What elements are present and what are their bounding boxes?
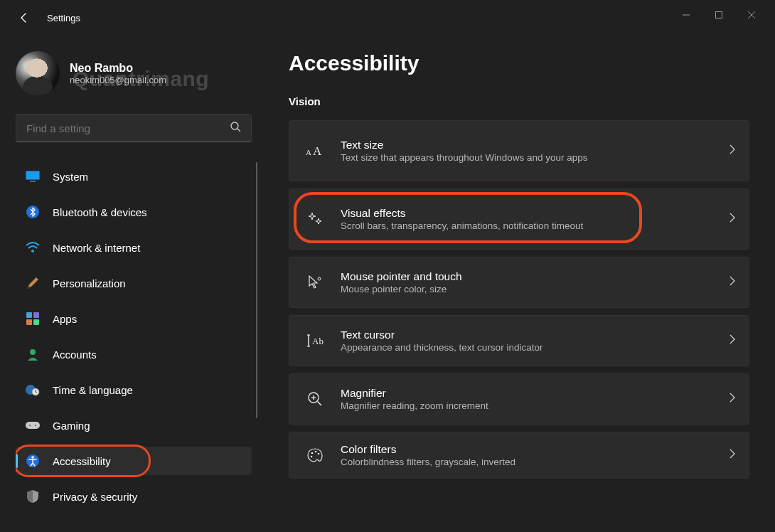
card-visual-effects[interactable]: Visual effects Scroll bars, transparency…: [289, 188, 749, 250]
sidebar-item-label: Network & internet: [53, 242, 140, 254]
person-icon: [26, 347, 40, 361]
clock-globe-icon: [26, 383, 40, 397]
apps-icon: [26, 312, 40, 326]
svg-point-2: [231, 122, 238, 129]
svg-point-32: [311, 452, 314, 454]
chevron-right-icon: [729, 276, 736, 289]
minimize-button[interactable]: [670, 4, 702, 26]
sidebar-item-network[interactable]: Network & internet: [16, 233, 252, 262]
textcursor-icon: Ab: [302, 334, 328, 347]
card-title: Color filters: [341, 443, 729, 456]
card-subtitle: Scroll bars, transparency, animations, n…: [341, 220, 729, 231]
paintbrush-icon: [26, 276, 40, 290]
profile-name: Neo Rambo: [70, 62, 166, 75]
nav-list: System Bluetooth & devices Network & int…: [16, 162, 257, 518]
svg-rect-16: [26, 422, 40, 429]
svg-line-3: [237, 129, 240, 132]
sidebar-item-label: Gaming: [53, 420, 90, 432]
sidebar-item-bluetooth[interactable]: Bluetooth & devices: [16, 198, 252, 226]
monitor-icon: [26, 169, 40, 183]
close-button[interactable]: [735, 4, 768, 26]
svg-rect-6: [30, 181, 36, 182]
svg-point-20: [31, 456, 34, 459]
search-input[interactable]: [26, 122, 230, 134]
sidebar-item-label: Accounts: [53, 349, 97, 361]
card-title: Visual effects: [341, 207, 729, 220]
chevron-right-icon: [729, 144, 736, 157]
card-magnifier[interactable]: Magnifier Magnifier reading, zoom increm…: [289, 373, 749, 425]
svg-point-8: [31, 250, 34, 252]
sidebar-item-accounts[interactable]: Accounts: [16, 340, 252, 368]
card-subtitle: Text size that appears throughout Window…: [341, 152, 729, 163]
card-mouse-pointer[interactable]: Mouse pointer and touch Mouse pointer co…: [289, 257, 749, 308]
sidebar: Neo Rambo neokim005@gmail.com Quantriman…: [0, 36, 257, 532]
svg-point-35: [311, 456, 313, 458]
maximize-button[interactable]: [702, 4, 735, 26]
sidebar-item-label: Accessibility: [53, 455, 111, 467]
sidebar-item-apps[interactable]: Apps: [16, 304, 252, 333]
sidebar-item-privacy[interactable]: Privacy & security: [16, 482, 252, 511]
svg-point-13: [30, 349, 36, 355]
svg-point-34: [318, 453, 320, 455]
svg-rect-1: [716, 12, 722, 18]
back-button[interactable]: [13, 6, 36, 29]
sidebar-item-personalization[interactable]: Personalization: [16, 269, 252, 297]
palette-icon: [302, 448, 328, 462]
svg-text:A: A: [313, 144, 322, 158]
section-label-vision: Vision: [289, 95, 754, 107]
sidebar-item-label: Privacy & security: [53, 491, 137, 503]
svg-rect-12: [33, 319, 39, 325]
card-subtitle: Magnifier reading, zoom increment: [341, 400, 729, 411]
card-text-cursor[interactable]: Ab Text cursor Appearance and thickness,…: [289, 315, 749, 366]
profile-email: neokim005@gmail.com: [70, 75, 166, 85]
bluetooth-icon: [26, 205, 40, 219]
chevron-right-icon: [729, 334, 736, 347]
window-title: Settings: [47, 13, 80, 23]
card-subtitle: Mouse pointer color, size: [341, 284, 729, 294]
magnify-icon: [302, 391, 328, 407]
card-title: Text size: [341, 139, 729, 151]
svg-line-31: [318, 402, 322, 406]
card-subtitle: Colorblindness filters, grayscale, inver…: [341, 457, 729, 467]
wifi-icon: [26, 240, 40, 255]
gamepad-icon: [26, 418, 40, 432]
cursor-icon: [302, 275, 328, 290]
card-color-filters[interactable]: Color filters Colorblindness filters, gr…: [289, 432, 749, 479]
svg-text:A: A: [306, 148, 311, 156]
chevron-right-icon: [729, 449, 736, 462]
svg-point-23: [318, 277, 321, 280]
svg-point-18: [35, 425, 36, 426]
accessibility-icon: [26, 454, 40, 468]
sidebar-item-label: Time & language: [53, 384, 133, 396]
svg-point-17: [29, 425, 31, 426]
svg-rect-5: [26, 171, 39, 179]
search-box[interactable]: [16, 114, 252, 142]
svg-rect-9: [26, 312, 32, 318]
titlebar: Settings: [0, 0, 775, 36]
search-icon: [230, 121, 241, 135]
sidebar-item-accessibility[interactable]: Accessibility: [16, 447, 252, 475]
chevron-right-icon: [729, 393, 736, 405]
sidebar-item-time-language[interactable]: Time & language: [16, 376, 252, 404]
main-content: Accessibility Vision AA Text size Text s…: [257, 36, 775, 532]
textsize-icon: AA: [302, 144, 328, 158]
sidebar-item-label: Personalization: [53, 277, 126, 289]
nav-scrollbar[interactable]: [256, 162, 257, 418]
sparkle-icon: [302, 211, 328, 227]
svg-rect-10: [33, 312, 39, 318]
card-subtitle: Appearance and thickness, text cursor in…: [341, 342, 729, 353]
profile-block[interactable]: Neo Rambo neokim005@gmail.com Quantriman…: [16, 51, 257, 95]
card-title: Text cursor: [341, 329, 729, 341]
sidebar-item-label: Bluetooth & devices: [53, 206, 147, 218]
sidebar-item-label: System: [53, 171, 88, 183]
avatar: [16, 51, 60, 95]
card-title: Mouse pointer and touch: [341, 270, 729, 283]
shield-icon: [26, 489, 40, 504]
svg-rect-11: [26, 319, 32, 325]
sidebar-item-gaming[interactable]: Gaming: [16, 411, 252, 440]
card-text-size[interactable]: AA Text size Text size that appears thro…: [289, 120, 749, 181]
sidebar-item-system[interactable]: System: [16, 162, 252, 191]
chevron-right-icon: [729, 213, 736, 225]
page-title: Accessibility: [289, 51, 754, 75]
svg-text:Ab: Ab: [312, 336, 324, 346]
